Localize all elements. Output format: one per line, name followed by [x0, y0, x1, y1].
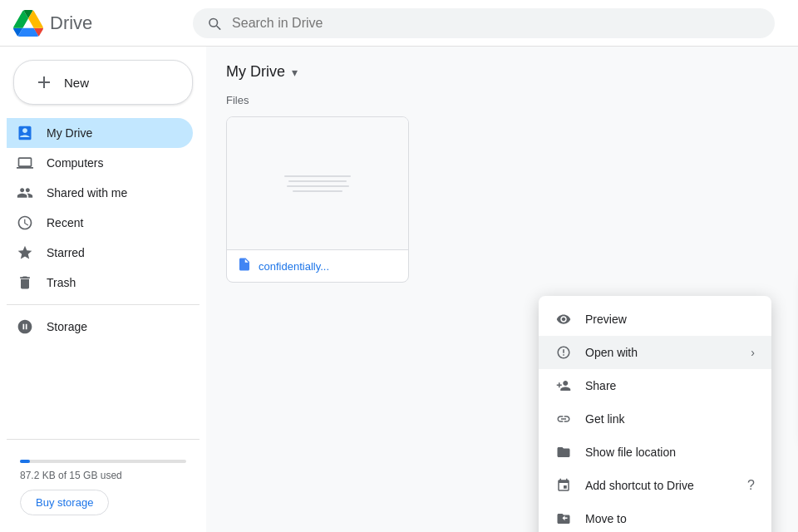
share-icon	[555, 377, 572, 394]
sidebar: New My Drive Computers Shared with me	[0, 47, 206, 532]
open-with-icon	[555, 344, 572, 361]
context-menu-item-preview[interactable]: Preview	[539, 303, 771, 336]
storage-bar-background	[20, 460, 186, 463]
sidebar-item-trash-label: Trash	[47, 276, 76, 289]
sidebar-item-storage[interactable]: Storage	[7, 312, 193, 342]
file-name: confidentially...	[259, 260, 329, 273]
sidebar-item-starred[interactable]: Starred	[7, 238, 193, 268]
sidebar-item-recent-label: Recent	[47, 216, 83, 229]
storage-used-text: 87.2 KB of 15 GB used	[20, 470, 186, 481]
app-title: Drive	[50, 12, 92, 34]
folder-icon	[555, 444, 572, 461]
storage-icon	[17, 318, 33, 335]
storage-bar-fill	[20, 460, 30, 463]
app-header: Drive	[0, 0, 798, 47]
doc-preview	[284, 175, 351, 192]
context-menu-item-move-to[interactable]: Move to	[539, 502, 771, 532]
my-drive-icon	[17, 125, 33, 141]
drive-header: My Drive ▾	[226, 63, 778, 81]
drive-dropdown-icon[interactable]: ▾	[292, 66, 298, 79]
file-card[interactable]: confidentially...	[226, 116, 409, 283]
help-icon[interactable]: ?	[747, 478, 755, 493]
sidebar-item-storage-label: Storage	[47, 320, 87, 333]
logo-area: Drive	[13, 8, 180, 38]
sidebar-item-shared[interactable]: Shared with me	[7, 178, 193, 208]
add-shortcut-label: Add shortcut to Drive	[585, 479, 734, 492]
new-button-label: New	[64, 76, 89, 90]
sidebar-item-trash[interactable]: Trash	[7, 268, 193, 298]
new-button[interactable]: New	[13, 60, 193, 105]
main-layout: New My Drive Computers Shared with me	[0, 47, 798, 532]
search-icon	[206, 15, 222, 32]
search-bar[interactable]	[193, 8, 775, 38]
sidebar-item-my-drive[interactable]: My Drive	[7, 118, 193, 148]
main-content: My Drive ▾ Files confidenti	[206, 47, 798, 532]
sidebar-item-computers[interactable]: Computers	[7, 148, 193, 178]
preview-icon	[555, 311, 572, 328]
link-icon	[555, 411, 572, 427]
open-with-arrow: ›	[751, 346, 755, 359]
context-menu: Preview Open with › Share	[539, 296, 771, 532]
sidebar-item-starred-label: Starred	[47, 246, 85, 259]
files-grid: confidentially...	[226, 116, 778, 283]
plus-icon	[34, 72, 54, 92]
doc-icon	[237, 257, 252, 275]
move-icon	[555, 510, 572, 527]
context-menu-item-get-link[interactable]: Get link	[539, 402, 771, 436]
share-label: Share	[585, 379, 755, 392]
sidebar-item-recent[interactable]: Recent	[7, 208, 193, 238]
move-to-label: Move to	[585, 512, 755, 525]
get-link-label: Get link	[585, 412, 755, 426]
storage-section: 87.2 KB of 15 GB used Buy storage	[7, 439, 200, 522]
computers-icon	[17, 155, 33, 171]
context-menu-item-show-location[interactable]: Show file location	[539, 436, 771, 469]
drive-title: My Drive	[226, 63, 285, 81]
open-with-label: Open with	[585, 346, 737, 359]
sidebar-item-shared-label: Shared with me	[47, 186, 127, 200]
shortcut-icon	[555, 477, 572, 494]
context-menu-item-add-shortcut[interactable]: Add shortcut to Drive ?	[539, 469, 771, 502]
google-drive-logo	[13, 8, 43, 38]
starred-icon	[17, 244, 33, 261]
file-card-footer: confidentially...	[227, 250, 408, 282]
sidebar-item-my-drive-label: My Drive	[47, 126, 92, 140]
search-input[interactable]	[232, 16, 761, 31]
files-section-label: Files	[226, 94, 778, 106]
sidebar-item-computers-label: Computers	[47, 156, 103, 170]
context-menu-item-open-with[interactable]: Open with ›	[539, 336, 771, 369]
file-card-preview	[227, 117, 408, 250]
context-menu-item-share[interactable]: Share	[539, 369, 771, 402]
trash-icon	[17, 274, 33, 291]
shared-icon	[17, 185, 33, 201]
buy-storage-button[interactable]: Buy storage	[20, 490, 109, 515]
show-location-label: Show file location	[585, 446, 755, 459]
preview-label: Preview	[585, 313, 755, 326]
recent-icon	[17, 214, 33, 231]
